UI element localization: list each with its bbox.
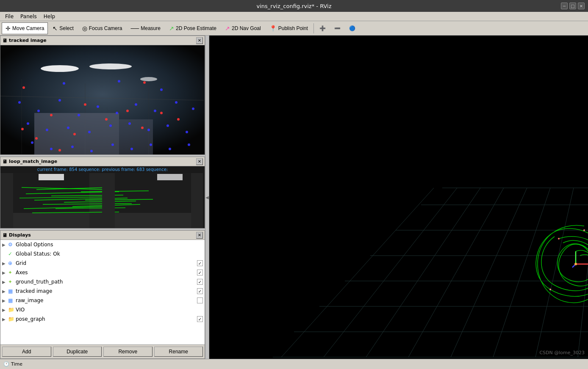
3d-viewport[interactable]: CSDN @lome_3023 — [209, 36, 588, 359]
minimize-button[interactable]: ─ — [561, 3, 568, 9]
rename-button[interactable]: Rename — [154, 347, 203, 357]
remove-button[interactable]: Remove — [103, 347, 153, 357]
ground-truth-checkbox[interactable]: ✓ — [197, 279, 203, 285]
global-status-icon: ✓ — [8, 251, 15, 257]
pose-graph-checkbox[interactable]: ✓ — [197, 316, 203, 322]
status-label: Time — [11, 361, 22, 367]
publish-point-label: Publish Point — [278, 25, 308, 31]
tracked-image-content[interactable] — [0, 45, 205, 154]
2d-pose-button[interactable]: ↗ 2D Pose Estimate — [165, 22, 220, 34]
display-item-pose-graph[interactable]: ▶ 📁 pose_graph ✓ — [0, 314, 205, 324]
grid-checkbox[interactable]: ✓ — [197, 260, 203, 266]
toolbar-separator — [313, 23, 314, 33]
svg-point-25 — [128, 122, 131, 125]
svg-point-53 — [143, 81, 146, 84]
ground-truth-expand: ▶ — [2, 280, 7, 284]
2d-pose-icon: ↗ — [169, 25, 174, 32]
tracked-image-panel-icon: 🖥 — [2, 38, 7, 44]
displays-close[interactable]: ✕ — [196, 232, 203, 239]
move-camera-button[interactable]: ✛ Move Camera — [2, 22, 48, 34]
svg-point-13 — [78, 114, 80, 116]
display-item-grid[interactable]: ▶ ⊕ Grid ✓ — [0, 259, 205, 268]
display-item-ground-truth-path[interactable]: ▶ ✦ ground_truth_path ✓ — [0, 277, 205, 286]
zoom-options-icon: 🔵 — [349, 25, 355, 31]
loop-match-content[interactable]: current frame: 854 sequence: previous fr… — [0, 166, 205, 228]
display-item-raw-image[interactable]: ▶ ▦ raw_image — [0, 296, 205, 305]
menu-panels[interactable]: Panels — [17, 13, 40, 20]
svg-rect-60 — [89, 173, 102, 228]
svg-point-108 — [574, 263, 577, 265]
select-button[interactable]: ↖ Select — [49, 22, 77, 34]
zoom-out-icon: ➖ — [334, 25, 341, 31]
add-button[interactable]: Add — [2, 347, 51, 357]
duplicate-button[interactable]: Duplicate — [53, 347, 102, 357]
measure-button[interactable]: ── Measure — [127, 22, 164, 34]
toolbar: ✛ Move Camera ↖ Select ◎ Focus Camera ──… — [0, 21, 588, 36]
svg-point-38 — [50, 114, 53, 116]
raw-image-icon: ▦ — [8, 297, 15, 303]
svg-point-15 — [116, 112, 118, 114]
tracked-image-close[interactable]: ✕ — [196, 37, 203, 44]
display-item-tracked-image[interactable]: ▶ ▦ tracked image ✓ — [0, 286, 205, 296]
axes-checkbox[interactable]: ✓ — [197, 270, 203, 275]
select-icon: ↖ — [53, 25, 58, 32]
global-status-label: Global Status: Ok — [16, 251, 203, 257]
display-item-axes[interactable]: ▶ ✦ Axes ✓ — [0, 268, 205, 277]
tracked-image-checkbox[interactable]: ✓ — [197, 288, 203, 294]
tracked-image-titlebar: 🖥 tracked image ✕ — [0, 36, 205, 45]
svg-rect-77 — [102, 173, 115, 228]
svg-point-27 — [166, 124, 169, 127]
collapse-handle[interactable]: ◀ — [205, 36, 209, 359]
raw-image-checkbox[interactable] — [197, 297, 203, 303]
svg-point-35 — [150, 143, 152, 146]
displays-panel: 🖥 Displays ✕ ▶ ⚙ Global Options ✓ Global… — [0, 230, 205, 359]
camera-view — [0, 45, 205, 154]
svg-point-37 — [188, 143, 190, 146]
tracked-image-panel: 🖥 tracked image ✕ — [0, 36, 205, 155]
display-item-global-options[interactable]: ▶ ⚙ Global Options — [0, 240, 205, 249]
svg-point-30 — [50, 148, 53, 150]
2d-nav-button[interactable]: ↗ 2D Nav Goal — [221, 22, 265, 34]
svg-point-34 — [130, 148, 133, 150]
move-camera-label: Move Camera — [12, 25, 44, 31]
zoom-in-button[interactable]: ➕ — [316, 22, 330, 34]
svg-point-107 — [549, 289, 551, 290]
svg-point-48 — [21, 128, 24, 130]
ground-truth-label: ground_truth_path — [16, 279, 197, 285]
left-panel: 🖥 tracked image ✕ — [0, 36, 205, 359]
axes-expand: ▶ — [2, 270, 7, 275]
svg-rect-78 — [191, 173, 203, 228]
display-item-vio[interactable]: ▶ 📁 VIO — [0, 305, 205, 314]
svg-point-105 — [583, 229, 585, 231]
main-layout: 🖥 tracked image ✕ — [0, 36, 588, 359]
svg-point-44 — [35, 137, 38, 140]
publish-point-button[interactable]: 📍 Publish Point — [266, 22, 312, 34]
svg-point-51 — [160, 88, 163, 91]
grid-expand: ▶ — [2, 261, 7, 266]
display-item-global-status[interactable]: ✓ Global Status: Ok — [0, 249, 205, 259]
menu-help[interactable]: Help — [40, 13, 58, 20]
svg-rect-58 — [0, 213, 101, 228]
svg-point-41 — [126, 110, 129, 112]
loop-match-close[interactable]: ✕ — [196, 158, 203, 165]
measure-icon: ── — [130, 25, 139, 32]
zoom-out-button[interactable]: ➖ — [330, 22, 344, 34]
menu-file[interactable]: File — [2, 13, 17, 20]
svg-point-47 — [160, 112, 163, 114]
svg-point-18 — [175, 101, 178, 104]
close-button[interactable]: ✕ — [578, 3, 585, 9]
svg-point-23 — [88, 131, 91, 133]
zoom-options-button[interactable]: 🔵 — [345, 22, 359, 34]
camera-overlay — [0, 45, 205, 154]
svg-point-39 — [84, 103, 86, 106]
grid-icon: ⊕ — [8, 260, 15, 266]
maximize-button[interactable]: □ — [569, 3, 576, 9]
move-camera-icon: ✛ — [6, 25, 11, 32]
loop-match-view: current frame: 854 sequence: previous fr… — [0, 166, 205, 228]
svg-point-3 — [140, 77, 157, 81]
focus-camera-button[interactable]: ◎ Focus Camera — [78, 22, 126, 34]
global-options-icon: ⚙ — [8, 242, 15, 248]
svg-point-1 — [41, 65, 79, 72]
displays-titlebar: 🖥 Displays ✕ — [0, 231, 205, 240]
collapse-icon: ◀ — [205, 195, 209, 200]
